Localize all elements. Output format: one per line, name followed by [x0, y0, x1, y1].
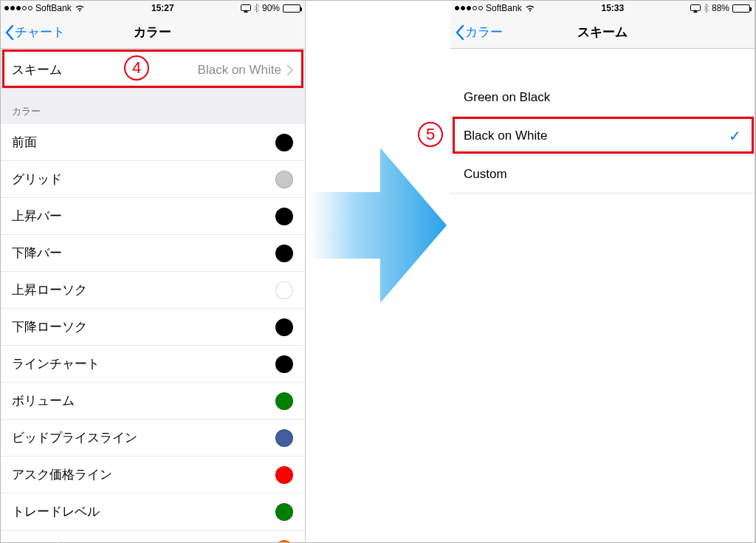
scheme-cell-label: スキーム [12, 61, 62, 78]
back-button[interactable]: チャート [0, 24, 65, 41]
color-row-label: トレードレベル [12, 503, 100, 520]
status-bar: SoftBank 15:33 88% [450, 0, 755, 16]
signal-strength-icon [455, 6, 483, 10]
color-row-label: 下降バー [12, 245, 62, 262]
carrier-label: SoftBank [486, 3, 522, 13]
color-row[interactable]: トレードレベル [0, 494, 305, 530]
color-swatch [275, 171, 293, 188]
wifi-icon [525, 4, 535, 12]
color-row[interactable]: ラインチャート [0, 346, 305, 383]
scheme-option[interactable]: Green on Black [450, 78, 755, 117]
color-swatch [275, 208, 293, 225]
color-row[interactable]: 上昇ローソク [0, 272, 305, 309]
back-label: チャート [15, 24, 65, 41]
color-row-label: ラインチャート [12, 355, 100, 372]
color-row-label: 前面 [12, 134, 37, 151]
color-swatch [275, 503, 293, 521]
phone-left: SoftBank 15:27 90% チャート カラー スキーム [0, 0, 306, 543]
color-row[interactable]: ビッドプライスライン [0, 420, 305, 457]
phone-right: SoftBank 15:33 88% カラー スキーム Green on Bla… [450, 0, 755, 543]
battery-icon [732, 4, 750, 13]
status-time: 15:27 [151, 3, 174, 13]
color-row-label: ボリューム [12, 392, 75, 409]
color-swatch [275, 429, 293, 447]
scheme-group: スキーム Black on White [0, 52, 305, 89]
color-row-label: グリッド [12, 171, 62, 188]
color-row-label: 下降ローソク [12, 318, 87, 335]
color-swatch [275, 392, 293, 410]
nav-bar: カラー スキーム [450, 16, 755, 49]
content-area: スキーム Black on White カラー 前面グリッド上昇バー下降バー上昇… [0, 49, 305, 543]
color-row[interactable]: ストップレベル [0, 530, 305, 543]
bluetooth-icon [254, 4, 259, 13]
back-button[interactable]: カラー [450, 24, 503, 41]
svg-marker-4 [310, 148, 447, 303]
battery-icon [283, 4, 300, 13]
wifi-icon [75, 4, 85, 12]
color-swatch [275, 245, 293, 262]
color-swatch [275, 355, 293, 373]
color-swatch [275, 466, 293, 484]
color-swatch [275, 134, 293, 151]
color-row[interactable]: 下降ローソク [0, 309, 305, 346]
callout-4: 4 [124, 55, 149, 81]
color-row[interactable]: 上昇バー [0, 198, 305, 235]
scheme-list: Green on BlackBlack on White✓Custom [450, 78, 755, 194]
status-right: 88% [690, 3, 750, 13]
signal-strength-icon [4, 6, 32, 10]
scheme-option[interactable]: Black on White✓ [450, 117, 755, 155]
color-swatch [275, 281, 293, 299]
color-swatch [275, 318, 293, 336]
transition-arrow-icon [310, 148, 447, 303]
content-area: Green on BlackBlack on White✓Custom [450, 49, 755, 543]
color-row[interactable]: グリッド [0, 161, 305, 198]
scheme-option-label: Black on White [464, 129, 547, 143]
airplay-icon [690, 4, 701, 13]
nav-bar: チャート カラー [0, 16, 305, 49]
color-swatch [275, 540, 293, 544]
scheme-cell-value: Black on White [198, 63, 281, 78]
status-right: 90% [241, 3, 300, 13]
color-row-label: ビッドプライスライン [12, 429, 137, 446]
scheme-option-label: Custom [464, 167, 507, 182]
callout-5: 5 [418, 122, 443, 147]
scheme-cell[interactable]: スキーム Black on White [0, 52, 305, 89]
color-row[interactable]: ボリューム [0, 383, 305, 420]
scheme-option-label: Green on Black [464, 90, 550, 105]
airplay-icon [241, 4, 251, 13]
color-row-label: ストップレベル [12, 540, 100, 543]
color-row-label: 上昇ローソク [12, 281, 87, 298]
color-row[interactable]: アスク価格ライン [0, 457, 305, 494]
color-row[interactable]: 下降バー [0, 235, 305, 272]
color-list: 前面グリッド上昇バー下降バー上昇ローソク下降ローソクラインチャートボリュームビッ… [0, 124, 305, 543]
color-row[interactable]: 前面 [0, 124, 305, 161]
status-time: 15:33 [601, 3, 624, 13]
checkmark-icon: ✓ [729, 127, 741, 145]
status-bar: SoftBank 15:27 90% [0, 0, 305, 16]
status-left: SoftBank [455, 3, 535, 13]
carrier-label: SoftBank [35, 3, 72, 13]
color-row-label: 上昇バー [12, 208, 62, 225]
color-section-header: カラー [0, 89, 305, 124]
scheme-option[interactable]: Custom [450, 155, 755, 194]
status-left: SoftBank [4, 3, 85, 13]
battery-percentage: 88% [712, 3, 729, 13]
bluetooth-icon [704, 4, 709, 13]
color-row-label: アスク価格ライン [12, 466, 112, 483]
chevron-right-icon [287, 65, 293, 75]
back-label: カラー [465, 24, 503, 41]
battery-percentage: 90% [262, 3, 280, 13]
